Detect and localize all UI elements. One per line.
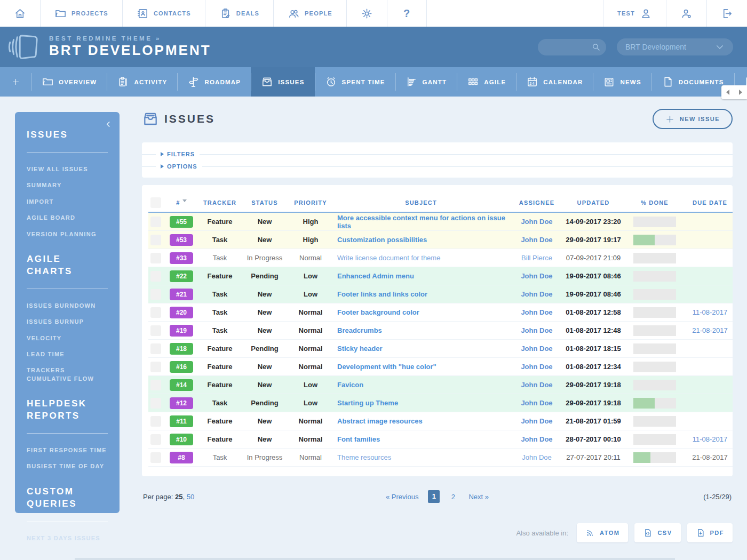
new-issue-button[interactable]: NEW ISSUE bbox=[653, 109, 733, 129]
row-checkbox[interactable] bbox=[150, 289, 161, 300]
issue-id-badge[interactable]: #11 bbox=[170, 415, 193, 427]
row-checkbox[interactable] bbox=[150, 271, 161, 282]
issue-subject-link[interactable]: Abstract image resources bbox=[337, 417, 423, 425]
topbar-deals-button[interactable]: DEALS bbox=[205, 0, 274, 27]
previous-page-link[interactable]: « Previous bbox=[386, 493, 418, 501]
row-checkbox[interactable] bbox=[150, 235, 161, 245]
issue-subject-link[interactable]: Favicon bbox=[337, 381, 363, 389]
column-header-id[interactable]: # bbox=[164, 199, 198, 206]
topbar-people-button[interactable]: PEOPLE bbox=[274, 0, 347, 27]
scroll-left-icon[interactable] bbox=[726, 90, 729, 95]
issue-id-badge[interactable]: #14 bbox=[170, 379, 193, 391]
issue-id-badge[interactable]: #16 bbox=[170, 361, 193, 373]
sidebar-link-import[interactable]: IMPORT bbox=[27, 198, 108, 206]
issue-id-badge[interactable]: #33 bbox=[170, 252, 193, 264]
row-checkbox[interactable] bbox=[150, 380, 161, 390]
topbar-contacts-button[interactable]: CONTACTS bbox=[123, 0, 205, 27]
issue-assignee-link[interactable]: John Doe bbox=[521, 308, 552, 316]
project-selector[interactable]: BRT Development bbox=[617, 38, 733, 55]
nav-tab-spent-time[interactable]: SPENT TIME bbox=[315, 67, 395, 97]
issue-assignee-link[interactable]: John Doe bbox=[521, 381, 552, 389]
row-checkbox[interactable] bbox=[150, 307, 161, 318]
issue-subject-link[interactable]: More accessible context menu for actions… bbox=[337, 214, 505, 230]
nav-tab-issues[interactable]: ISSUES bbox=[251, 67, 314, 97]
next-page-link[interactable]: Next » bbox=[468, 493, 489, 501]
row-checkbox[interactable] bbox=[150, 398, 161, 409]
sidebar-link-view-all-issues[interactable]: VIEW ALL ISSUES bbox=[27, 165, 108, 173]
export-csv-button[interactable]: CSV bbox=[634, 523, 680, 542]
scroll-right-icon[interactable] bbox=[739, 90, 742, 95]
column-header-status[interactable]: STATUS bbox=[241, 199, 288, 206]
issue-subject-link[interactable]: Font families bbox=[337, 435, 380, 443]
sidebar-link-first-response-time[interactable]: FIRST RESPONSE TIME bbox=[27, 446, 108, 454]
issue-id-badge[interactable]: #18 bbox=[170, 343, 193, 355]
issue-assignee-link[interactable]: John Doe bbox=[521, 326, 552, 334]
issue-assignee-link[interactable]: John Doe bbox=[521, 236, 552, 244]
issue-id-badge[interactable]: #22 bbox=[170, 270, 193, 282]
logged-user-button[interactable]: TEST bbox=[603, 0, 666, 27]
row-checkbox[interactable] bbox=[150, 416, 161, 427]
nav-tab-roadmap[interactable]: ROADMAP bbox=[177, 67, 251, 97]
column-header-priority[interactable]: PRIORITY bbox=[288, 199, 333, 206]
sidebar-link-summary[interactable]: SUMMARY bbox=[27, 181, 108, 189]
issue-id-badge[interactable]: #12 bbox=[170, 397, 193, 409]
row-checkbox[interactable] bbox=[150, 452, 161, 463]
issue-subject-link[interactable]: Customization possibilities bbox=[337, 236, 427, 244]
export-atom-button[interactable]: ATOM bbox=[577, 523, 628, 542]
row-checkbox[interactable] bbox=[150, 362, 161, 372]
topbar-home-button[interactable] bbox=[0, 0, 41, 27]
issue-assignee-link[interactable]: John Doe bbox=[521, 272, 552, 280]
issue-id-badge[interactable]: #55 bbox=[170, 216, 193, 228]
issue-subject-link[interactable]: Development with "hue color" bbox=[337, 363, 436, 371]
page-number-1[interactable]: 1 bbox=[428, 490, 440, 503]
sidebar-link-agile-board[interactable]: AGILE BOARD bbox=[27, 214, 108, 222]
search-input[interactable] bbox=[545, 43, 591, 51]
sidebar-link-velocity[interactable]: VELOCITY bbox=[27, 334, 108, 342]
column-header-tracker[interactable]: TRACKER bbox=[198, 199, 241, 206]
sidebar-link-busiest-time-of-day[interactable]: BUSIEST TIME OF DAY bbox=[27, 462, 108, 470]
sidebar-link-next-3-days-issues[interactable]: NEXT 3 DAYS ISSUES bbox=[27, 534, 108, 542]
export-pdf-button[interactable]: PDF bbox=[687, 523, 733, 542]
select-all-checkbox[interactable] bbox=[150, 197, 161, 208]
row-checkbox[interactable] bbox=[150, 325, 161, 336]
nav-tab-overview[interactable]: OVERVIEW bbox=[31, 67, 107, 97]
column-header-done[interactable]: % DONE bbox=[622, 199, 687, 206]
issue-subject-link[interactable]: Starting up Theme bbox=[337, 399, 398, 407]
issue-id-badge[interactable]: #21 bbox=[170, 289, 193, 300]
issue-id-badge[interactable]: #19 bbox=[170, 325, 193, 337]
topbar-help-button[interactable]: ? bbox=[387, 0, 427, 27]
issue-assignee-link[interactable]: John Doe bbox=[521, 345, 552, 353]
sidebar-link-lead-time[interactable]: LEAD TIME bbox=[27, 350, 108, 358]
my-account-button[interactable] bbox=[666, 0, 706, 27]
sidebar-link-issues-burnup[interactable]: ISSUES BURNUP bbox=[27, 318, 108, 326]
topbar-projects-button[interactable]: PROJECTS bbox=[41, 0, 123, 27]
sidebar-link-issues-burndown[interactable]: ISSUES BURNDOWN bbox=[27, 302, 108, 310]
topbar-administration-button[interactable] bbox=[347, 0, 387, 27]
nav-tab-activity[interactable]: ACTIVITY bbox=[107, 67, 177, 97]
column-header-assignee[interactable]: ASSIGNEE bbox=[509, 199, 565, 206]
issue-assignee-link[interactable]: John Doe bbox=[521, 218, 552, 226]
sidebar-link-version-planning[interactable]: VERSION PLANNING bbox=[27, 230, 108, 238]
sidebar-collapse-button[interactable] bbox=[105, 121, 112, 128]
logout-button[interactable] bbox=[706, 0, 747, 27]
nav-tab-calendar[interactable]: 24CALENDAR bbox=[516, 67, 593, 97]
issue-id-badge[interactable]: #20 bbox=[170, 307, 193, 318]
issue-subject-link[interactable]: Footer links and links color bbox=[337, 290, 427, 298]
page-number-2[interactable]: 2 bbox=[447, 493, 459, 501]
issue-assignee-link[interactable]: John Doe bbox=[521, 435, 552, 443]
issue-subject-link[interactable]: Write license document for theme bbox=[337, 254, 440, 262]
nav-tab-add[interactable] bbox=[0, 67, 31, 97]
column-header-updated[interactable]: UPDATED bbox=[565, 199, 622, 206]
issue-subject-link[interactable]: Theme resources bbox=[337, 453, 391, 461]
row-checkbox[interactable] bbox=[150, 253, 161, 263]
nav-tab-news[interactable]: NEWS bbox=[593, 67, 651, 97]
issue-id-badge[interactable]: #10 bbox=[170, 434, 193, 445]
issue-assignee-link[interactable]: Bill Pierce bbox=[521, 254, 552, 262]
issue-subject-link[interactable]: Sticky header bbox=[337, 345, 383, 353]
brt-logo[interactable] bbox=[6, 31, 39, 63]
issue-id-badge[interactable]: #8 bbox=[170, 452, 193, 463]
issue-assignee-link[interactable]: John Doe bbox=[522, 453, 552, 461]
issue-assignee-link[interactable]: John Doe bbox=[521, 399, 552, 407]
filters-toggle[interactable]: FILTERS bbox=[156, 151, 200, 157]
issue-assignee-link[interactable]: John Doe bbox=[521, 417, 552, 425]
